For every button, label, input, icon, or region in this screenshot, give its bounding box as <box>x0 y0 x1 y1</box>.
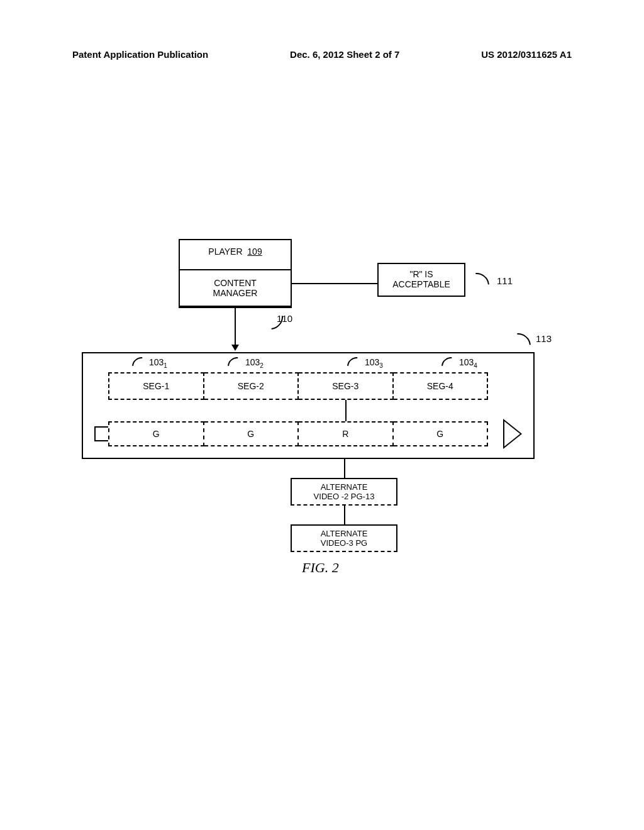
ref-103-2: 1032 <box>245 357 264 369</box>
player-box: PLAYER 109 CONTENT MANAGER <box>179 239 292 308</box>
page: Patent Application Publication Dec. 6, 2… <box>0 0 644 830</box>
ref-103-4-num: 103 <box>459 357 474 367</box>
r-acceptable-label: "R" IS ACCEPTABLE <box>392 269 450 289</box>
rating-cell: G <box>108 421 204 446</box>
rating-cell: G <box>204 421 299 446</box>
ref-103-4: 1034 <box>459 357 477 369</box>
connector-rating-alt1 <box>344 459 345 478</box>
ref-113: 113 <box>536 333 552 344</box>
alternate-video-2-label: ALTERNATE VIDEO-3 PG <box>321 529 368 548</box>
header-left: Patent Application Publication <box>72 49 208 60</box>
ratings-arrow: G G R G <box>94 421 522 446</box>
ratings-row: G G R G <box>108 421 488 446</box>
alternate-video-1-box: ALTERNATE VIDEO -2 PG-13 <box>291 478 397 506</box>
page-header: Patent Application Publication Dec. 6, 2… <box>0 49 644 60</box>
ref-103-3-num: 103 <box>365 357 379 367</box>
arrow-down-icon <box>231 345 239 351</box>
header-right: US 2012/0311625 A1 <box>481 49 572 60</box>
ref-103-2-sub: 2 <box>260 362 264 369</box>
alternate-video-2-box: ALTERNATE VIDEO-3 PG <box>291 524 397 552</box>
connector-alt1-alt2 <box>344 506 345 524</box>
connector-seg3-rating <box>345 400 347 421</box>
header-center: Dec. 6, 2012 Sheet 2 of 7 <box>290 49 399 60</box>
alternate-video-1-label: ALTERNATE VIDEO -2 PG-13 <box>314 482 375 501</box>
ref-111: 111 <box>497 275 513 286</box>
r-acceptable-box: "R" IS ACCEPTABLE <box>377 263 465 297</box>
connector-player-to-accept <box>292 283 377 284</box>
content-manager-box: CONTENT MANAGER <box>179 269 292 307</box>
player-refnum: 109 <box>247 246 262 257</box>
ref-103-1: 1031 <box>149 357 167 369</box>
player-title: PLAYER 109 <box>180 240 291 257</box>
ref-103-4-sub: 4 <box>474 362 477 369</box>
figure-caption: FIG. 2 <box>302 560 339 576</box>
ref-103-3: 1033 <box>365 357 383 369</box>
arrow-tail-icon <box>94 426 108 441</box>
segment-cell: SEG-1 <box>108 372 204 400</box>
arrow-head-inner <box>504 421 520 446</box>
segment-cell: SEG-3 <box>299 372 394 400</box>
ref-103-1-sub: 1 <box>164 362 167 369</box>
ref-103-3-sub: 3 <box>379 362 383 369</box>
rating-cell: G <box>394 421 489 446</box>
ref-110: 110 <box>277 313 292 324</box>
segment-cell: SEG-2 <box>204 372 299 400</box>
player-label: PLAYER <box>208 246 242 257</box>
connector-player-down <box>235 308 236 346</box>
ref-103-1-num: 103 <box>149 357 164 367</box>
segments-row: SEG-1 SEG-2 SEG-3 SEG-4 <box>108 372 488 400</box>
rating-cell: R <box>299 421 394 446</box>
segment-cell: SEG-4 <box>394 372 489 400</box>
container-113: 1031 1032 1033 1034 SEG-1 SEG-2 SEG-3 SE… <box>82 352 535 459</box>
ref-103-2-num: 103 <box>245 357 260 367</box>
content-manager-label: CONTENT MANAGER <box>213 278 258 298</box>
